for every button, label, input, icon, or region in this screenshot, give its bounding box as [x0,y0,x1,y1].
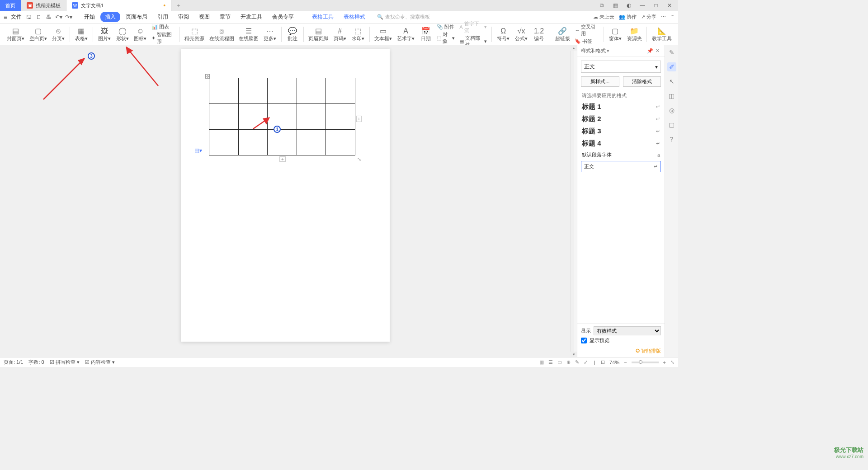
spellcheck-toggle[interactable]: ☑ 拼写检查 ▾ [50,359,80,366]
print-icon[interactable]: 🖶 [45,14,52,21]
strip-shapes-icon[interactable]: ◫ [667,91,676,100]
ribbon-date[interactable]: 📅日期 [418,26,434,43]
style-item[interactable]: 标题 1↵ [577,101,665,113]
strip-format-icon[interactable]: ✐ [667,62,676,71]
panel-pin-icon[interactable]: 📌 [646,47,654,55]
ribbon-edu-tools[interactable]: 📐教学工具 [650,26,674,43]
ribbon-page-number[interactable]: #页码▾ [331,26,349,43]
ribbon-number[interactable]: 1.2编号 [531,26,547,43]
smart-layout-link[interactable]: ✪ 智能排版 [581,346,661,354]
tab-dev-tools[interactable]: 开发工具 [236,12,267,22]
word-count[interactable]: 字数: 0 [28,359,44,366]
ribbon-chart[interactable]: 📊 图表 [151,24,175,30]
ribbon-more[interactable]: ⋯更多▾ [261,26,278,43]
inserted-table[interactable] [209,78,355,155]
scroll-up-icon[interactable]: ▴ [571,45,577,51]
tab-references[interactable]: 引用 [153,12,173,22]
document-canvas[interactable]: ✥ + + ⤡ ▤▾ 1 2 3 [0,45,571,357]
ribbon-crossref[interactable]: ↔ 交叉引用 [575,24,599,37]
zoom-out-button[interactable]: − [624,360,627,365]
zoom-in-button[interactable]: + [663,360,666,365]
strip-styles-icon[interactable]: ✎ [667,48,676,57]
scroll-down-icon[interactable]: ▾ [571,352,577,357]
layout-icon[interactable]: ⧉ [597,0,607,10]
zoom-level[interactable]: 74% [609,360,619,365]
tab-document[interactable]: W 文字文稿1 • [66,0,171,11]
ribbon-flowchart[interactable]: ⧈在线流程图 [208,26,236,43]
view-web-icon[interactable]: ⊕ [566,359,571,365]
redo-icon[interactable]: ↷▾ [65,14,72,21]
strip-location-icon[interactable]: ◎ [667,106,676,115]
zoom-fit-icon[interactable]: ⊡ [601,359,605,365]
tab-view[interactable]: 视图 [194,12,214,22]
ribbon-symbol[interactable]: Ω符号▾ [495,26,512,43]
tab-templates[interactable]: ▣ 找稻壳模板 [21,0,66,11]
style-item-body[interactable]: 正文↵ [581,161,661,172]
file-menu[interactable]: 文件 [11,13,22,21]
ribbon-resources[interactable]: 📁资源夹 [625,26,644,43]
show-filter-select[interactable]: 有效样式 [594,326,661,335]
tab-member[interactable]: 会员专享 [268,12,298,22]
tab-review[interactable]: 审阅 [174,12,193,22]
ribbon-picture[interactable]: 🖼图片▾ [96,26,113,43]
ribbon-smartart[interactable]: ✦ 智能图形 [151,31,175,45]
view-reading-icon[interactable]: ▭ [557,359,562,365]
tab-table-tools[interactable]: 表格工具 [307,12,338,22]
new-style-button[interactable]: 新样式... [581,76,619,87]
share-button[interactable]: ↗ 分享 [641,14,656,20]
strip-select-icon[interactable]: ↖ [667,77,676,86]
collapse-ribbon-icon[interactable]: ⌃ [670,14,675,20]
ribbon-textbox[interactable]: ▭文本框▾ [372,26,394,43]
ribbon-blank-page[interactable]: ▢空白页▾ [27,26,49,43]
ribbon-header-footer[interactable]: ▤页眉页脚 [307,26,330,43]
style-item-default-font[interactable]: 默认段落字体a [577,150,665,160]
ribbon-bookmark[interactable]: 🔖 书签 [575,38,599,45]
ribbon-wordart[interactable]: A艺术字▾ [395,26,417,43]
ribbon-shape[interactable]: ◯形状▾ [114,26,131,43]
print-preview-icon[interactable]: 🗋 [35,14,42,21]
grid-icon[interactable]: ▦ [610,0,620,10]
ribbon-resource[interactable]: ⬚稻壳资源 [183,26,207,43]
tab-section[interactable]: 章节 [215,12,235,22]
view-page-icon[interactable]: ▥ [539,359,544,365]
save-icon[interactable]: 🖫 [25,14,33,21]
view-fullscreen-icon[interactable]: ⤢ [584,359,588,365]
strip-help-icon[interactable]: ? [667,135,676,144]
strip-page-icon[interactable]: ▢ [667,120,676,129]
contentcheck-toggle[interactable]: ☑ 内容检查 ▾ [85,359,115,366]
zoom-slider[interactable] [632,362,659,363]
view-outline-icon[interactable]: ☰ [548,359,553,365]
tab-start[interactable]: 开始 [80,12,99,22]
ribbon-object[interactable]: ⬚ 对象▾ [437,31,455,45]
ribbon-icon[interactable]: ☺图标▾ [132,26,149,43]
collab-button[interactable]: 👥 协作 [619,14,637,20]
tab-table-style[interactable]: 表格样式 [339,12,370,22]
style-item[interactable]: 标题 4↵ [577,137,665,150]
ribbon-form[interactable]: ▢窗体▾ [607,26,624,43]
ribbon-attachment[interactable]: 📎 附件 [437,24,455,30]
ribbon-equation[interactable]: √x公式▾ [513,26,530,43]
style-item[interactable]: 标题 3↵ [577,125,665,137]
table-add-col-button[interactable]: + [356,116,362,122]
table-resize-handle[interactable]: ⤡ [357,156,361,162]
tab-add-button[interactable]: ＋ [171,0,186,11]
style-item[interactable]: 标题 2↵ [577,113,665,125]
more-icon[interactable]: ⋯ [661,14,666,20]
hamburger-icon[interactable]: ≡ [4,14,7,21]
tab-page-layout[interactable]: 页面布局 [121,12,152,22]
ribbon-dropcap[interactable]: A 首字下沉▾ [459,20,487,34]
clear-format-button[interactable]: 清除格式 [623,76,661,87]
page-indicator[interactable]: 页面: 1/1 [4,359,23,366]
show-preview-checkbox[interactable] [581,338,587,343]
panel-title-dropdown-icon[interactable]: ▾ [607,48,609,54]
cloud-status[interactable]: ☁ 未上云 [593,14,614,20]
tab-insert[interactable]: 插入 [100,12,120,22]
expand-icon[interactable]: ⤡ [670,359,675,365]
ribbon-page-break[interactable]: ⎋分页▾ [50,26,67,43]
tab-home[interactable]: 首页 [0,0,21,11]
panel-close-icon[interactable]: ✕ [654,47,661,55]
ribbon-table[interactable]: ▦表格▾ [73,26,90,43]
undo-icon[interactable]: ↶▾ [55,14,62,21]
ribbon-hyperlink[interactable]: 🔗超链接 [553,26,572,43]
ribbon-mindmap[interactable]: ☰在线脑图 [237,26,261,43]
